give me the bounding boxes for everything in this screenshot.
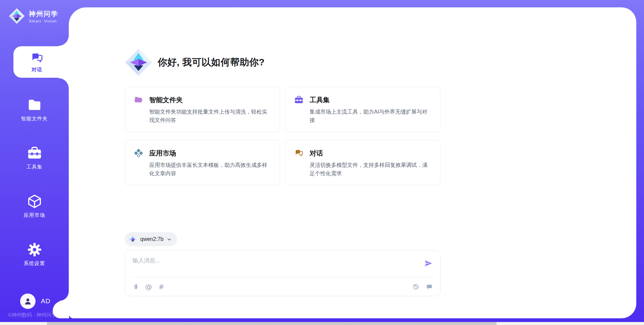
cube-icon	[27, 194, 42, 209]
sidebar-item-label: 系统设置	[24, 260, 45, 267]
user-name: AD	[41, 298, 50, 305]
card-title: 对话	[310, 149, 323, 158]
app-market-icon	[134, 148, 143, 158]
card-toolset[interactable]: 工具集 集成市场上主流工具，助力AI与外界无缝扩展与对接	[285, 87, 440, 132]
send-button[interactable]	[423, 259, 433, 269]
card-description: 智能文件夹功能支持批量文件上传与清洗，轻松实现文件问答	[149, 108, 271, 124]
card-title: 应用市场	[149, 149, 176, 158]
sidebar-item-smart-folder[interactable]: 智能文件夹	[0, 97, 69, 122]
copyright-text: ©神州数码 · 神州问学出品	[8, 312, 66, 318]
card-description: 灵活切换多模型文件，支持多样回复效果调试，满足个性化需求	[310, 161, 431, 178]
avatar	[20, 294, 36, 309]
person-icon	[23, 297, 32, 306]
chat-icon	[30, 51, 44, 65]
history-button[interactable]	[412, 283, 420, 291]
card-title: 工具集	[310, 95, 330, 105]
app-window: 神州问学 Smart Vision 对话 智能文件夹 工具集 应用市场 系统设置	[0, 0, 644, 325]
history-icon	[413, 283, 419, 290]
brand-subtitle: Smart Vision	[29, 19, 58, 23]
card-description: 集成市场上主流工具，助力AI与外界无缝扩展与对接	[310, 108, 431, 124]
card-app-market[interactable]: 应用市场 应用市场提供丰富长文本模板，助力高效生成多样化文章内容	[125, 140, 280, 185]
brand-logo-icon	[9, 8, 25, 24]
send-icon	[424, 259, 433, 268]
gear-icon	[27, 242, 42, 257]
brand-name: 神州问学	[29, 9, 58, 18]
briefcase-icon	[294, 95, 304, 105]
card-description: 应用市场提供丰富长文本模板，助力高效生成多样化文章内容	[149, 161, 271, 178]
feature-cards: 智能文件夹 智能文件夹功能支持批量文件上传与清洗，轻松实现文件问答 工具集 集成…	[125, 87, 440, 185]
main-content: 你好, 我可以如何帮助你? 智能文件夹 智能文件夹功能支持批量文件上传与清洗，轻…	[125, 0, 440, 311]
chat-icon	[294, 148, 304, 158]
sidebar-item-label: 智能文件夹	[21, 116, 48, 122]
sidebar-item-settings[interactable]: 系统设置	[0, 242, 69, 267]
briefcase-icon	[27, 145, 42, 161]
sidebar-item-label: 工具集	[26, 164, 43, 170]
attach-file-button[interactable]	[132, 283, 140, 291]
card-smart-folder[interactable]: 智能文件夹 智能文件夹功能支持批量文件上传与清洗，轻松实现文件问答	[125, 87, 280, 132]
sidebar: 神州问学 Smart Vision 对话 智能文件夹 工具集 应用市场 系统设置	[0, 0, 69, 325]
at-icon: @	[145, 283, 152, 290]
chevron-down-icon	[167, 237, 172, 242]
hash-icon: #	[159, 283, 164, 290]
folder-icon	[27, 97, 42, 113]
card-title: 智能文件夹	[149, 95, 183, 105]
greeting-title: 你好, 我可以如何帮助你?	[158, 56, 265, 69]
paperclip-icon	[132, 283, 139, 290]
active-tab-curve-top	[58, 36, 69, 46]
model-selector[interactable]: qwen2:7b	[125, 232, 177, 246]
sidebar-item-label: 对话	[32, 67, 42, 73]
greeting: 你好, 我可以如何帮助你?	[125, 49, 440, 76]
brand: 神州问学 Smart Vision	[9, 8, 58, 24]
active-tab-curve-bottom	[58, 78, 69, 88]
mention-button[interactable]: @	[145, 283, 153, 291]
scrollbar-thumb[interactable]	[47, 322, 496, 325]
message-input[interactable]	[125, 250, 423, 277]
model-name: qwen2:7b	[140, 236, 163, 242]
sidebar-item-chat[interactable]: 对话	[13, 46, 69, 78]
conversation-button[interactable]	[425, 283, 433, 291]
user-profile[interactable]: AD	[20, 294, 50, 309]
chat-bubble-icon	[426, 283, 433, 290]
assistant-logo-icon	[125, 49, 152, 76]
model-logo-icon	[129, 235, 137, 243]
sidebar-item-app-market[interactable]: 应用市场	[0, 194, 69, 218]
card-chat[interactable]: 对话 灵活切换多模型文件，支持多样回复效果调试，满足个性化需求	[285, 140, 440, 185]
sidebar-item-label: 应用市场	[24, 212, 45, 218]
topic-button[interactable]: #	[157, 283, 165, 291]
message-composer: @ #	[125, 250, 440, 296]
horizontal-scrollbar	[0, 322, 644, 325]
folder-open-icon	[134, 95, 143, 105]
sidebar-item-toolset[interactable]: 工具集	[0, 145, 69, 170]
